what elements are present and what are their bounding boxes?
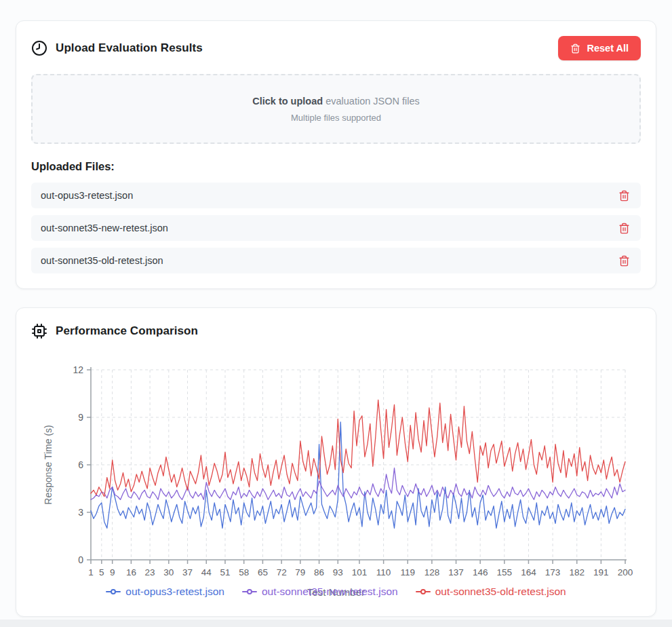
svg-text:79: 79	[295, 567, 305, 577]
file-name: out-sonnet35-new-retest.json	[41, 223, 168, 233]
svg-text:3: 3	[78, 507, 83, 518]
svg-text:12: 12	[73, 364, 83, 375]
svg-text:93: 93	[333, 567, 343, 577]
chart-legend: Test Number out-opus3-retest.json out-so…	[31, 582, 641, 601]
file-row: out-sonnet35-new-retest.json	[31, 215, 641, 241]
svg-text:137: 137	[448, 567, 464, 577]
dropzone-text-rest: evaluation JSON files	[323, 96, 420, 107]
svg-text:0: 0	[78, 554, 83, 565]
svg-text:65: 65	[258, 567, 268, 577]
svg-text:128: 128	[424, 567, 440, 577]
dropzone-text: Click to upload evaluation JSON files	[252, 96, 420, 107]
file-row: out-opus3-retest.json	[31, 183, 641, 208]
upload-card: Upload Evaluation Results Reset All Clic…	[16, 20, 656, 289]
svg-text:200: 200	[618, 567, 633, 577]
svg-text:16: 16	[126, 567, 136, 577]
svg-text:9: 9	[110, 567, 115, 577]
svg-text:72: 72	[277, 567, 287, 577]
svg-text:51: 51	[220, 567, 230, 577]
upload-dropzone[interactable]: Click to upload evaluation JSON files Mu…	[31, 74, 641, 144]
trash-icon	[618, 190, 630, 202]
svg-text:44: 44	[201, 567, 212, 577]
upload-card-title: Upload Evaluation Results	[56, 41, 203, 55]
trash-icon	[618, 255, 630, 267]
page: Upload Evaluation Results Reset All Clic…	[0, 0, 672, 620]
svg-text:101: 101	[352, 567, 368, 577]
clock-icon	[31, 40, 47, 56]
svg-text:30: 30	[163, 567, 174, 577]
delete-file-button[interactable]	[617, 254, 631, 268]
legend-marker-icon	[106, 588, 121, 595]
svg-text:1: 1	[88, 567, 94, 577]
reset-all-button[interactable]: Reset All	[558, 36, 641, 60]
chart-area: 0369121591623303744515865727986931011101…	[31, 353, 641, 601]
uploaded-file-list: out-opus3-retest.json out-sonnet35-new-r…	[31, 183, 641, 273]
svg-text:6: 6	[78, 459, 83, 470]
svg-text:86: 86	[314, 567, 324, 577]
svg-text:37: 37	[182, 567, 193, 577]
trash-icon	[570, 43, 580, 54]
svg-text:5: 5	[99, 567, 104, 577]
svg-text:Response Time (s): Response Time (s)	[43, 425, 54, 504]
dropzone-hint: Multiple files supported	[291, 113, 381, 123]
chart-card: Performance Comparison 03691215916233037…	[16, 307, 656, 617]
upload-card-header-left: Upload Evaluation Results	[31, 40, 203, 56]
legend-item-sonnet35-old[interactable]: out-sonnet35-old-retest.json	[416, 586, 566, 598]
svg-text:9: 9	[78, 412, 83, 423]
delete-file-button[interactable]	[617, 189, 631, 203]
svg-text:58: 58	[239, 567, 249, 577]
svg-text:191: 191	[593, 567, 609, 577]
legend-marker-icon	[242, 588, 257, 595]
svg-text:119: 119	[400, 567, 415, 577]
chart-card-header: Performance Comparison	[31, 323, 641, 339]
legend-marker-icon	[416, 588, 431, 595]
svg-text:146: 146	[473, 567, 488, 577]
legend-item-opus3[interactable]: out-opus3-retest.json	[106, 586, 224, 598]
svg-text:110: 110	[376, 567, 391, 577]
chart-card-title: Performance Comparison	[56, 324, 198, 338]
cpu-icon	[31, 323, 47, 339]
trash-icon	[618, 223, 630, 234]
legend-item-sonnet35-new[interactable]: out-sonnet35-new-retest.json	[242, 586, 398, 598]
reset-all-label: Reset All	[587, 43, 629, 54]
performance-chart: 0369121591623303744515865727986931011101…	[31, 362, 648, 581]
legend-label: out-sonnet35-old-retest.json	[435, 586, 566, 598]
dropzone-text-bold: Click to upload	[252, 96, 323, 107]
svg-text:23: 23	[145, 567, 155, 577]
upload-card-header: Upload Evaluation Results Reset All	[31, 36, 641, 60]
chart-card-header-left: Performance Comparison	[31, 323, 198, 339]
delete-file-button[interactable]	[617, 221, 631, 235]
page-footer-strip	[0, 620, 672, 627]
legend-label: out-sonnet35-new-retest.json	[262, 586, 398, 598]
svg-text:155: 155	[497, 567, 513, 577]
svg-text:173: 173	[545, 567, 561, 577]
svg-text:164: 164	[521, 567, 536, 577]
legend-label: out-opus3-retest.json	[125, 586, 224, 598]
file-name: out-sonnet35-old-retest.json	[41, 255, 163, 266]
svg-text:182: 182	[569, 567, 585, 577]
file-name: out-opus3-retest.json	[41, 190, 133, 201]
file-row: out-sonnet35-old-retest.json	[31, 248, 641, 273]
uploaded-files-heading: Uploaded Files:	[31, 160, 641, 173]
